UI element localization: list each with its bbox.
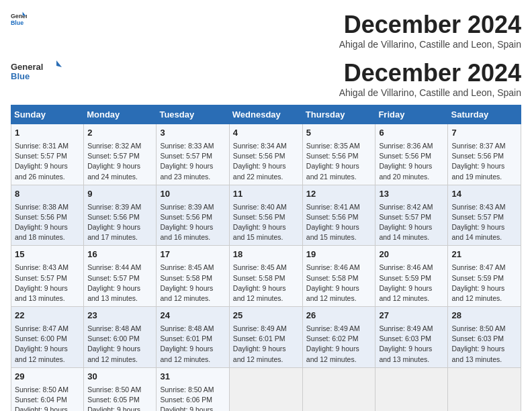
header-sunday: Sunday xyxy=(11,105,84,124)
table-row: 4Sunrise: 8:34 AMSunset: 5:56 PMDaylight… xyxy=(229,124,302,185)
header-saturday: Saturday xyxy=(448,105,521,124)
logo: General Blue xyxy=(11,11,27,27)
table-row: 24Sunrise: 8:48 AMSunset: 6:01 PMDayligh… xyxy=(157,307,229,368)
table-row: 30Sunrise: 8:50 AMSunset: 6:05 PMDayligh… xyxy=(84,367,157,411)
table-row: 6Sunrise: 8:36 AMSunset: 5:56 PMDaylight… xyxy=(375,124,448,185)
calendar-table: Sunday Monday Tuesday Wednesday Thursday… xyxy=(11,105,521,411)
table-row: 19Sunrise: 8:46 AMSunset: 5:58 PMDayligh… xyxy=(302,246,375,307)
table-row: 1Sunrise: 8:31 AMSunset: 5:57 PMDaylight… xyxy=(11,124,84,185)
header-thursday: Thursday xyxy=(302,105,375,124)
table-row: 15Sunrise: 8:43 AMSunset: 5:57 PMDayligh… xyxy=(11,246,84,307)
svg-text:Blue: Blue xyxy=(11,19,24,26)
table-row: 23Sunrise: 8:48 AMSunset: 6:00 PMDayligh… xyxy=(84,307,157,368)
month-title: December 2024 xyxy=(339,11,521,39)
table-row: 2Sunrise: 8:32 AMSunset: 5:57 PMDaylight… xyxy=(84,124,157,185)
table-row: 5Sunrise: 8:35 AMSunset: 5:56 PMDaylight… xyxy=(302,124,375,185)
table-row xyxy=(302,367,375,411)
header-friday: Friday xyxy=(375,105,448,124)
table-row: 31Sunrise: 8:50 AMSunset: 6:06 PMDayligh… xyxy=(157,367,229,411)
subtitle-main: Ahigal de Villarino, Castille and Leon, … xyxy=(339,87,521,98)
header-wednesday: Wednesday xyxy=(229,105,302,124)
table-row: 26Sunrise: 8:49 AMSunset: 6:02 PMDayligh… xyxy=(302,307,375,368)
table-row: 25Sunrise: 8:49 AMSunset: 6:01 PMDayligh… xyxy=(229,307,302,368)
logo-area: General Blue xyxy=(11,59,64,83)
table-row xyxy=(375,367,448,411)
table-row: 8Sunrise: 8:38 AMSunset: 5:56 PMDaylight… xyxy=(11,185,84,246)
svg-marker-4 xyxy=(56,60,62,67)
right-header: December 2024 Ahigal de Villarino, Casti… xyxy=(339,59,521,98)
table-row: 17Sunrise: 8:45 AMSunset: 5:58 PMDayligh… xyxy=(157,246,229,307)
table-row: 18Sunrise: 8:45 AMSunset: 5:58 PMDayligh… xyxy=(229,246,302,307)
table-row: 28Sunrise: 8:50 AMSunset: 6:03 PMDayligh… xyxy=(448,307,521,368)
table-row: 10Sunrise: 8:39 AMSunset: 5:56 PMDayligh… xyxy=(157,185,229,246)
svg-text:Blue: Blue xyxy=(11,71,30,81)
table-row: 12Sunrise: 8:41 AMSunset: 5:56 PMDayligh… xyxy=(302,185,375,246)
table-row: 9Sunrise: 8:39 AMSunset: 5:56 PMDaylight… xyxy=(84,185,157,246)
table-row: 27Sunrise: 8:49 AMSunset: 6:03 PMDayligh… xyxy=(375,307,448,368)
table-row: 21Sunrise: 8:47 AMSunset: 5:59 PMDayligh… xyxy=(448,246,521,307)
general-blue-logo-icon: General Blue xyxy=(11,11,27,27)
table-row: 13Sunrise: 8:42 AMSunset: 5:57 PMDayligh… xyxy=(375,185,448,246)
table-row xyxy=(448,367,521,411)
header-monday: Monday xyxy=(84,105,157,124)
table-row: 20Sunrise: 8:46 AMSunset: 5:59 PMDayligh… xyxy=(375,246,448,307)
table-row: 29Sunrise: 8:50 AMSunset: 6:04 PMDayligh… xyxy=(11,367,84,411)
table-row: 3Sunrise: 8:33 AMSunset: 5:57 PMDaylight… xyxy=(157,124,229,185)
table-row: 7Sunrise: 8:37 AMSunset: 5:56 PMDaylight… xyxy=(448,124,521,185)
location-subtitle: Ahigal de Villarino, Castille and Leon, … xyxy=(339,39,521,50)
svg-text:General: General xyxy=(11,13,27,19)
table-row: 14Sunrise: 8:43 AMSunset: 5:57 PMDayligh… xyxy=(448,185,521,246)
table-row: 16Sunrise: 8:44 AMSunset: 5:57 PMDayligh… xyxy=(84,246,157,307)
table-row: 11Sunrise: 8:40 AMSunset: 5:56 PMDayligh… xyxy=(229,185,302,246)
title-block: December 2024 Ahigal de Villarino, Casti… xyxy=(339,11,521,56)
table-row: 22Sunrise: 8:47 AMSunset: 6:00 PMDayligh… xyxy=(11,307,84,368)
header-row: Sunday Monday Tuesday Wednesday Thursday… xyxy=(11,105,521,124)
table-row xyxy=(229,367,302,411)
page-header: General Blue December 2024 Ahigal de Vil… xyxy=(11,11,521,56)
header-tuesday: Tuesday xyxy=(157,105,229,124)
month-title-main: December 2024 xyxy=(339,59,521,87)
svg-text:General: General xyxy=(11,62,43,72)
logo-svg: General Blue xyxy=(11,59,64,83)
